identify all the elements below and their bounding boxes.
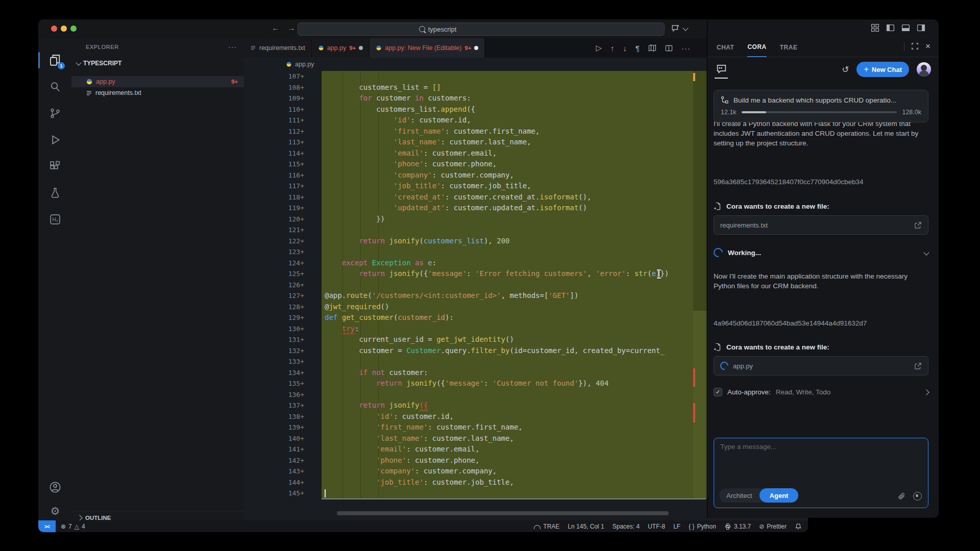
- code-text[interactable]: 'email': customer.email,: [322, 148, 706, 159]
- tab-app-py[interactable]: app.py 9+: [312, 38, 370, 58]
- code-text[interactable]: customers_list.append({: [322, 104, 706, 115]
- auto-approve-checkbox[interactable]: ✓: [714, 388, 722, 396]
- encoding[interactable]: UTF-8: [648, 523, 665, 530]
- code-text[interactable]: return jsonify({'message': 'Error fetchi…: [322, 268, 706, 280]
- open-external-icon[interactable]: [914, 362, 922, 370]
- code-text[interactable]: 'phone': customer.phone,: [322, 159, 706, 170]
- code-text[interactable]: 'company': customer.company,: [322, 170, 706, 181]
- scrollbar-thumb[interactable]: [693, 71, 707, 311]
- eol[interactable]: LF: [673, 523, 680, 530]
- file-card-app-py[interactable]: app.py: [714, 356, 928, 375]
- history-icon[interactable]: ↺: [842, 65, 849, 74]
- code-text[interactable]: 'first_name': customer.first_name,: [322, 422, 706, 433]
- code-text[interactable]: @jwt_required(): [322, 302, 706, 313]
- code-text[interactable]: [322, 224, 706, 236]
- code-text[interactable]: return jsonify({: [322, 400, 706, 411]
- code-text[interactable]: 'job_title': customer.job_title,: [322, 477, 706, 488]
- code-text[interactable]: return jsonify({'message': 'Customer not…: [322, 378, 706, 389]
- code-text[interactable]: 'email': customer.email,: [322, 444, 706, 455]
- chat-messages[interactable]: Build me a backend which supports CRUD o…: [714, 83, 928, 396]
- sidebar-item-source-control[interactable]: [47, 106, 63, 121]
- code-text[interactable]: [322, 389, 706, 400]
- attach-paperclip-icon[interactable]: [898, 492, 906, 500]
- customize-layout-icon[interactable]: [871, 23, 879, 32]
- ai-chat-menu-button[interactable]: [671, 23, 688, 33]
- sidebar-item-explorer[interactable]: 1: [47, 53, 63, 68]
- formatter[interactable]: ⊘ Prettier: [759, 523, 787, 530]
- file-row-app-py[interactable]: app.py 9+: [71, 76, 244, 87]
- code-text[interactable]: 'id': customer.id,: [322, 411, 706, 422]
- code-text[interactable]: 'job_title': customer.job_title,: [322, 181, 706, 192]
- mode-architect[interactable]: Architect: [719, 492, 760, 499]
- code-text[interactable]: @app.route('/customers/<int:customer_id>…: [322, 290, 706, 302]
- project-root[interactable]: TYPESCRIPT: [71, 58, 244, 69]
- tab-app-py-new-file[interactable]: app.py: New File (Editable) 9+: [370, 38, 485, 58]
- file-row-requirements-txt[interactable]: requirements.txt: [71, 87, 244, 98]
- close-panel-icon[interactable]: ×: [925, 42, 930, 51]
- tab-trae[interactable]: TRAE: [780, 38, 798, 57]
- problems-warnings[interactable]: △ 4: [75, 523, 85, 530]
- close-window-button[interactable]: [51, 26, 57, 32]
- python-interpreter[interactable]: 3.13.7: [724, 523, 751, 530]
- code-text[interactable]: 'first_name': customer.first_name,: [322, 126, 706, 137]
- sidebar-item-search[interactable]: [47, 79, 63, 94]
- toggle-panel-icon[interactable]: [901, 23, 910, 32]
- language-mode[interactable]: { } Python: [689, 523, 716, 530]
- chevron-down-icon[interactable]: [923, 249, 929, 255]
- settings-gear-button[interactable]: ⚙: [47, 504, 63, 519]
- code-text[interactable]: }): [322, 214, 706, 225]
- code-text[interactable]: [322, 356, 706, 367]
- code-text[interactable]: 'updated_at': customer.updated_at.isofor…: [322, 203, 706, 214]
- code-text[interactable]: 'created_at': customer.created_at.isofor…: [322, 192, 706, 203]
- notifications-bell-button[interactable]: [795, 523, 802, 530]
- sidebar-item-testing[interactable]: [47, 185, 63, 201]
- forward-icon[interactable]: →: [286, 23, 297, 32]
- sidebar-item-extensions[interactable]: [47, 159, 63, 174]
- toggle-secondary-sidebar-icon[interactable]: [917, 23, 925, 32]
- code-text[interactable]: 'company': customer.company,: [322, 466, 706, 477]
- new-chat-button[interactable]: + New Chat: [856, 62, 909, 77]
- stop-icon[interactable]: [913, 492, 922, 500]
- code-text[interactable]: try:: [322, 323, 706, 335]
- auto-approve-row[interactable]: ✓ Auto-approve: Read, Write, Todo: [714, 388, 928, 396]
- message-input[interactable]: Type a message... Architect Agent: [714, 438, 928, 508]
- code-text[interactable]: 'id': customer.id,: [322, 115, 706, 126]
- code-text[interactable]: return jsonify(customers_list), 200: [322, 236, 706, 247]
- minimize-window-button[interactable]: [61, 26, 67, 32]
- tab-cora[interactable]: CORA: [747, 38, 766, 57]
- chevron-right-icon[interactable]: [923, 389, 929, 395]
- code-text[interactable]: [322, 246, 706, 258]
- maximize-window-button[interactable]: [70, 26, 77, 32]
- split-editor-button[interactable]: [665, 44, 673, 52]
- user-avatar[interactable]: [917, 62, 931, 77]
- trae-status[interactable]: TRAE: [534, 523, 559, 530]
- run-file-button[interactable]: ▷: [596, 43, 602, 53]
- task-card[interactable]: Build me a backend which supports CRUD o…: [714, 90, 928, 122]
- more-actions-button[interactable]: ···: [681, 44, 691, 53]
- problems-errors[interactable]: ⊗ 7: [61, 523, 72, 530]
- accounts-button[interactable]: [47, 480, 63, 495]
- expand-icon[interactable]: [911, 42, 919, 50]
- code-text[interactable]: [322, 71, 706, 82]
- back-icon[interactable]: ←: [271, 23, 281, 32]
- prev-change-button[interactable]: ↑: [610, 44, 615, 53]
- tab-requirements-txt[interactable]: requirements.txt: [244, 38, 312, 58]
- working-status[interactable]: Working...: [714, 248, 928, 257]
- minimap-toggle-button[interactable]: [648, 44, 656, 52]
- conversation-mode-button[interactable]: [716, 63, 727, 74]
- code-text[interactable]: 'last_name': customer.last_name,: [322, 433, 706, 444]
- file-card-requirements[interactable]: requirements.txt: [714, 215, 928, 235]
- code-text[interactable]: 'phone': customer.phone,: [322, 455, 706, 466]
- code-text[interactable]: [322, 488, 706, 499]
- code-text[interactable]: customers_list = []: [322, 82, 706, 93]
- indentation[interactable]: Spaces: 4: [612, 523, 640, 530]
- cursor-position[interactable]: Ln 145, Col 1: [568, 523, 604, 530]
- code-text[interactable]: 'last_name': customer.last_name,: [322, 137, 706, 148]
- toggle-sidebar-icon[interactable]: [886, 23, 895, 32]
- remote-indicator[interactable]: ><: [38, 520, 56, 532]
- whitespace-toggle-button[interactable]: ¶: [635, 44, 640, 53]
- tab-chat[interactable]: CHAT: [717, 38, 734, 57]
- dirty-dot-icon[interactable]: [359, 46, 363, 50]
- sidebar-item-run-debug[interactable]: [47, 132, 63, 147]
- code-text[interactable]: except Exception as e:: [322, 258, 706, 269]
